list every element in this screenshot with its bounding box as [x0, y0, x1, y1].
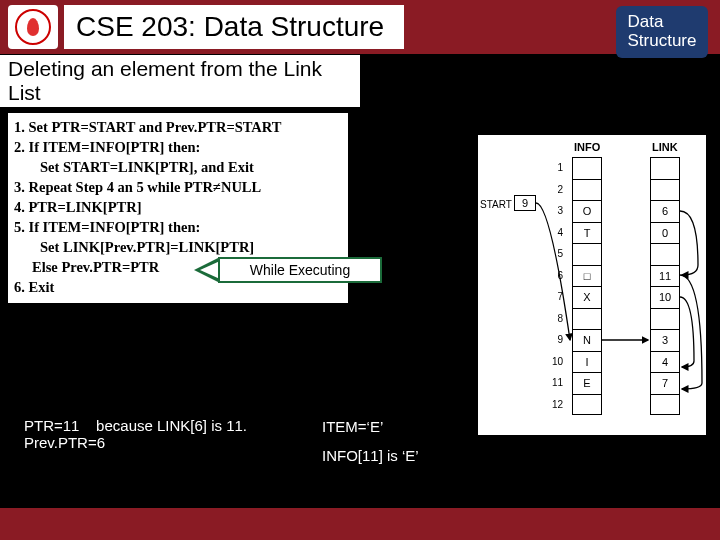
index-column: 123456789101112: [548, 157, 566, 415]
linked-list-diagram: INFO LINK START 9 123456789101112 OT□XNI…: [478, 135, 706, 435]
info-cell: E: [573, 373, 601, 395]
info-cell: I: [573, 352, 601, 374]
index-cell: 3: [548, 200, 566, 222]
info-cell: N: [573, 330, 601, 352]
link-cell: [651, 395, 679, 417]
slide-content: 1. Set PTR=START and Prev.PTR=START 2. I…: [0, 107, 720, 537]
link-cell: 6: [651, 201, 679, 223]
link-cell: [651, 180, 679, 202]
execution-state-left: PTR=11 because LINK[6] is 11. Prev.PTR=6: [24, 417, 247, 451]
link-cell: [651, 158, 679, 180]
index-cell: 7: [548, 286, 566, 308]
badge-line-2: Structure: [628, 32, 697, 51]
course-title: CSE 203: Data Structure: [64, 5, 404, 49]
index-cell: 9: [548, 329, 566, 351]
slide-subtitle: Deleting an element from the Link List: [0, 55, 360, 107]
link-cell: 4: [651, 352, 679, 374]
algo-step-3: 3. Repeat Step 4 an 5 while PTR≠NULL: [14, 177, 342, 197]
link-cell: [651, 309, 679, 331]
link-cell: 0: [651, 223, 679, 245]
index-cell: 8: [548, 308, 566, 330]
execution-callout: While Executing: [218, 257, 382, 283]
item-value: ITEM=‘E’: [322, 413, 419, 442]
header-banner: CSE 203: Data Structure: [0, 0, 720, 54]
index-cell: 5: [548, 243, 566, 265]
info-cell: X: [573, 287, 601, 309]
link-column-label: LINK: [652, 141, 678, 153]
index-cell: 4: [548, 222, 566, 244]
footer-bar: [0, 508, 720, 540]
university-logo: [8, 5, 58, 49]
link-cell: 3: [651, 330, 679, 352]
info-cell: [573, 158, 601, 180]
info-cell: O: [573, 201, 601, 223]
link-cell: [651, 244, 679, 266]
link-cell: 11: [651, 266, 679, 288]
link-column: 601110347: [650, 157, 680, 415]
algo-step-1: 1. Set PTR=START and Prev.PTR=START: [14, 117, 342, 137]
algo-step-5a: Set LINK[Prev.PTR]=LINK[PTR]: [14, 237, 342, 257]
index-cell: 12: [548, 394, 566, 416]
info-cell: T: [573, 223, 601, 245]
info-column-label: INFO: [574, 141, 600, 153]
link-cell: 10: [651, 287, 679, 309]
badge-line-1: Data: [628, 13, 697, 32]
info-column: OT□XNIE: [572, 157, 602, 415]
start-label: START: [480, 199, 512, 210]
start-box: 9: [514, 195, 536, 211]
info-cell: [573, 180, 601, 202]
algo-step-5: 5. If ITEM=INFO[PTR] then:: [14, 217, 342, 237]
execution-state-right: ITEM=‘E’ INFO[11] is ‘E’: [322, 413, 419, 470]
index-cell: 2: [548, 179, 566, 201]
algo-step-2: 2. If ITEM=INFO[PTR] then:: [14, 137, 342, 157]
info-cell: □: [573, 266, 601, 288]
algo-step-4: 4. PTR=LINK[PTR]: [14, 197, 342, 217]
link-cell: 7: [651, 373, 679, 395]
topic-badge: Data Structure: [616, 6, 708, 58]
index-cell: 11: [548, 372, 566, 394]
callout-arrow-icon: [194, 257, 220, 283]
algo-step-2a: Set START=LINK[PTR], and Exit: [14, 157, 342, 177]
info-value: INFO[11] is ‘E’: [322, 442, 419, 471]
index-cell: 1: [548, 157, 566, 179]
info-cell: [573, 395, 601, 417]
info-cell: [573, 309, 601, 331]
ptr-value: PTR=11 because LINK[6] is 11.: [24, 417, 247, 434]
index-cell: 10: [548, 351, 566, 373]
info-cell: [573, 244, 601, 266]
index-cell: 6: [548, 265, 566, 287]
prevptr-value: Prev.PTR=6: [24, 434, 247, 451]
